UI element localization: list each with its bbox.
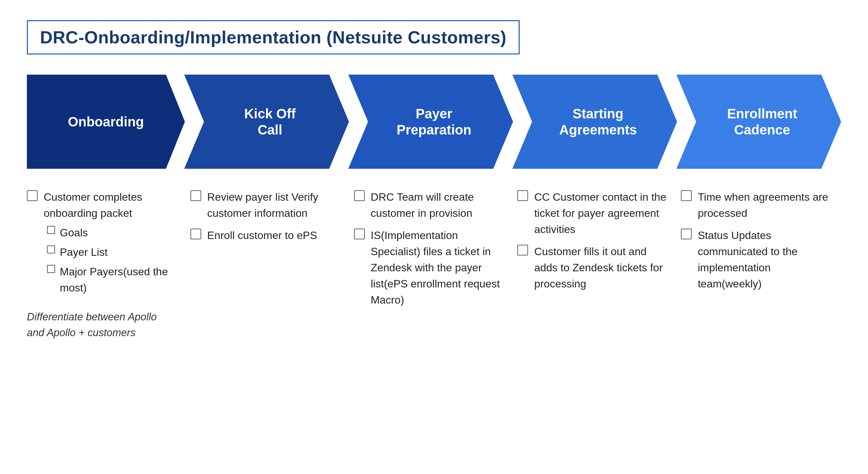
content-col-enrollment-cadence: Time when agreements are processedStatus… [678, 189, 841, 298]
bullet-text: Customer fills it out and adds to Zendes… [534, 243, 668, 292]
list-item: Customer fills it out and adds to Zendes… [517, 243, 668, 292]
content-col-starting-agreements: CC Customer contact in the ticket for pa… [514, 189, 678, 298]
content-col-kickoff: Review payer list Verify customer inform… [187, 189, 351, 249]
sub-item-text: Payer List [60, 244, 107, 260]
bullet-text: IS(Implementation Specialist) files a ti… [371, 227, 504, 308]
arrow-4: EnrollmentCadence [677, 75, 841, 169]
list-item: Customer completes onboarding packetGoal… [27, 189, 177, 299]
arrow-label-1: Kick OffCall [244, 106, 296, 138]
arrow-label-4: EnrollmentCadence [727, 106, 797, 138]
sub-checkbox-icon [47, 245, 55, 254]
bullet-list-starting-agreements: CC Customer contact in the ticket for pa… [517, 189, 668, 292]
bullet-list-kickoff: Review payer list Verify customer inform… [190, 189, 341, 243]
checkbox-icon [517, 190, 528, 201]
sub-list-item: Major Payers(used the most) [47, 264, 177, 296]
bullet-list-onboarding: Customer completes onboarding packetGoal… [27, 189, 177, 299]
checkbox-icon [190, 190, 201, 201]
sub-list-item: Goals [47, 225, 177, 241]
bullet-text: Enroll customer to ePS [207, 227, 341, 243]
arrow-label-2: PayerPreparation [397, 106, 471, 138]
list-item: Time when agreements are processed [681, 189, 831, 221]
content-col-onboarding: Customer completes onboarding packetGoal… [27, 189, 187, 340]
content-col-payer-prep: DRC Team will create customer in provisi… [351, 189, 514, 314]
list-item: Status Updates communicated to the imple… [681, 227, 831, 292]
checkbox-icon [354, 190, 365, 201]
bullet-text: Review payer list Verify customer inform… [207, 189, 341, 221]
bullet-list-payer-prep: DRC Team will create customer in provisi… [354, 189, 504, 308]
content-row: Customer completes onboarding packetGoal… [27, 189, 841, 340]
checkbox-icon [190, 229, 201, 239]
arrow-3: StartingAgreements [512, 75, 677, 169]
checkbox-icon [354, 229, 365, 239]
italic-note: Differentiate between Apollo and Apollo … [27, 309, 177, 340]
bullet-list-enrollment-cadence: Time when agreements are processedStatus… [681, 189, 831, 292]
bullet-text: Status Updates communicated to the imple… [698, 227, 831, 292]
bullet-text: Time when agreements are processed [698, 189, 831, 221]
bullet-text: CC Customer contact in the ticket for pa… [534, 189, 668, 237]
bullet-text: Customer completes onboarding packetGoal… [44, 189, 177, 299]
arrow-label-3: StartingAgreements [559, 106, 637, 138]
list-item: IS(Implementation Specialist) files a ti… [354, 227, 504, 308]
arrow-0: Onboarding [27, 75, 185, 169]
sub-checkbox-icon [47, 226, 55, 234]
sub-list-item: Payer List [47, 244, 177, 260]
checkbox-icon [681, 229, 692, 239]
arrow-2: PayerPreparation [348, 75, 513, 169]
process-arrow-row: OnboardingKick OffCallPayerPreparationSt… [27, 75, 841, 169]
list-item: Enroll customer to ePS [190, 227, 341, 243]
arrow-label-0: Onboarding [68, 114, 144, 130]
bullet-text: DRC Team will create customer in provisi… [371, 189, 504, 221]
list-item: Review payer list Verify customer inform… [190, 189, 341, 221]
sub-list: GoalsPayer ListMajor Payers(used the mos… [47, 225, 177, 296]
sub-item-text: Goals [60, 225, 88, 241]
sub-item-text: Major Payers(used the most) [60, 264, 177, 296]
list-item: DRC Team will create customer in provisi… [354, 189, 504, 221]
checkbox-icon [517, 245, 528, 256]
sub-checkbox-icon [47, 265, 55, 273]
arrow-1: Kick OffCall [184, 75, 349, 169]
checkbox-icon [681, 190, 692, 201]
page-title: DRC-Onboarding/Implementation (Netsuite … [27, 20, 520, 55]
list-item: CC Customer contact in the ticket for pa… [517, 189, 668, 237]
checkbox-icon [27, 190, 38, 201]
